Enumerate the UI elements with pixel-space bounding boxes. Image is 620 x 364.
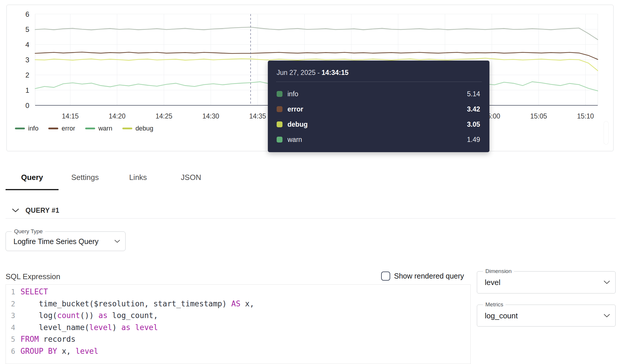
line-number: 2 — [6, 298, 20, 310]
tooltip-divider — [276, 82, 482, 82]
tab-settings[interactable]: Settings — [59, 166, 112, 190]
dashboard-page: 012345614:1514:2014:2514:3014:3514:4014:… — [0, 0, 620, 364]
query-section-title: QUERY #1 — [25, 207, 59, 214]
show-rendered-query-toggle[interactable]: Show rendered query — [381, 272, 464, 281]
series-swatch-debug — [277, 121, 282, 127]
x-axis-tick: 14:30 — [202, 112, 219, 120]
legend-swatch-warn — [85, 128, 95, 129]
y-axis-tick: 2 — [25, 71, 29, 79]
series-line-info — [35, 27, 598, 40]
code-line[interactable]: 5FROM records — [6, 334, 470, 346]
tooltip-row-error: error3.42 — [277, 102, 480, 117]
legend-label: debug — [136, 125, 153, 132]
y-axis-tick: 3 — [25, 56, 29, 64]
y-axis-tick: 5 — [25, 25, 29, 33]
chevron-down-icon — [604, 281, 610, 284]
tooltip-row-debug: debug3.05 — [277, 117, 480, 132]
query-type-label: Query Type — [12, 229, 45, 234]
y-axis-tick: 1 — [25, 86, 29, 94]
x-axis-tick: 15:10 — [577, 112, 594, 120]
tooltip-series-name: error — [287, 105, 303, 113]
y-axis-tick: 6 — [25, 10, 29, 18]
code-text: FROM records — [20, 334, 76, 345]
metrics-label: Metrics — [483, 302, 506, 308]
legend-item-warn[interactable]: warn — [85, 125, 112, 132]
tooltip-row-info: info5.14 — [277, 86, 480, 102]
x-axis-tick: 14:35 — [249, 112, 266, 120]
tooltip-row-warn: warn1.49 — [277, 132, 480, 147]
tab-json[interactable]: JSON — [165, 166, 217, 190]
legend-item-info[interactable]: info — [15, 125, 38, 132]
y-axis-tick: 4 — [25, 41, 29, 49]
query-type-value: Logfire Time Series Query — [13, 237, 98, 245]
metrics-select[interactable]: Metrics log_count — [477, 305, 616, 327]
legend-swatch-debug — [122, 128, 132, 129]
legend-swatch-error — [48, 128, 58, 129]
tooltip-series-value: 3.42 — [467, 105, 480, 113]
series-swatch-warn — [277, 137, 282, 142]
x-axis-tick: 14:20 — [109, 112, 126, 120]
series-swatch-error — [277, 106, 282, 112]
tab-links[interactable]: Links — [112, 166, 165, 190]
code-line[interactable]: 4 level_name(level) as level — [6, 322, 470, 334]
legend-swatch-info — [15, 128, 25, 129]
line-number: 1 — [6, 286, 20, 298]
code-text: time_bucket($resolution, start_timestamp… — [20, 298, 254, 310]
show-rendered-query-label: Show rendered query — [394, 272, 464, 280]
legend-item-error[interactable]: error — [48, 125, 75, 132]
x-axis-tick: 15:05 — [530, 112, 547, 120]
legend-label: error — [61, 125, 75, 132]
chart-legend: infoerrorwarndebug — [15, 124, 153, 133]
query-type-select[interactable]: Query Type Logfire Time Series Query — [6, 231, 126, 251]
chevron-down-icon — [604, 314, 610, 317]
sql-code-editor[interactable]: 1SELECT2 time_bucket($resolution, start_… — [6, 284, 471, 364]
tooltip-series-name: warn — [287, 136, 302, 144]
sql-expression-label: SQL Expression — [6, 272, 60, 281]
series-swatch-info — [277, 91, 282, 97]
line-number: 6 — [6, 346, 20, 358]
tooltip-series-value: 1.49 — [467, 136, 480, 144]
metrics-value: log_count — [485, 311, 518, 320]
section-divider — [6, 218, 616, 219]
chevron-down-icon — [12, 208, 19, 212]
chart-tooltip: Jun 27, 2025 - 14:34:15 info5.14error3.4… — [268, 61, 489, 152]
line-number: 4 — [6, 322, 20, 334]
tooltip-series-value: 3.05 — [467, 121, 480, 128]
tab-bar: QuerySettingsLinksJSON — [6, 166, 217, 190]
line-number: 3 — [6, 310, 20, 322]
scrollbar-thumb[interactable] — [604, 121, 608, 144]
code-text: log(count()) as log_count, — [20, 310, 158, 322]
tooltip-series-name: info — [287, 90, 298, 98]
tooltip-date: Jun 27, 2025 - — [277, 69, 321, 76]
code-text: GROUP BY x, level — [20, 346, 98, 357]
query-section-header[interactable]: QUERY #1 — [12, 205, 59, 216]
code-text: level_name(level) as level — [20, 322, 158, 334]
y-axis-tick: 0 — [25, 102, 29, 109]
x-axis-tick: 14:25 — [155, 112, 172, 120]
code-text: SELECT — [20, 286, 48, 298]
legend-item-debug[interactable]: debug — [122, 125, 153, 132]
dimension-select[interactable]: Dimension level — [477, 271, 616, 293]
tooltip-time: 14:34:15 — [321, 69, 348, 76]
x-axis-tick: 14:15 — [62, 112, 79, 120]
code-line[interactable]: 3 log(count()) as log_count, — [6, 310, 470, 322]
tooltip-rows: info5.14error3.42debug3.05warn1.49 — [277, 86, 480, 147]
legend-label: warn — [98, 125, 112, 132]
legend-label: info — [28, 125, 38, 132]
series-line-error — [35, 52, 598, 59]
tooltip-series-value: 5.14 — [467, 90, 480, 98]
tooltip-timestamp: Jun 27, 2025 - 14:34:15 — [277, 69, 349, 77]
dimension-label: Dimension — [483, 268, 514, 274]
code-line[interactable]: 2 time_bucket($resolution, start_timesta… — [6, 298, 470, 310]
show-rendered-query-checkbox[interactable] — [381, 272, 390, 281]
tab-query[interactable]: Query — [6, 166, 59, 190]
code-line[interactable]: 1SELECT — [6, 286, 470, 298]
line-number: 5 — [6, 334, 20, 346]
chevron-down-icon — [114, 240, 120, 243]
dimension-value: level — [485, 278, 500, 287]
code-line[interactable]: 6GROUP BY x, level — [6, 346, 470, 358]
tooltip-series-name: debug — [287, 121, 308, 128]
